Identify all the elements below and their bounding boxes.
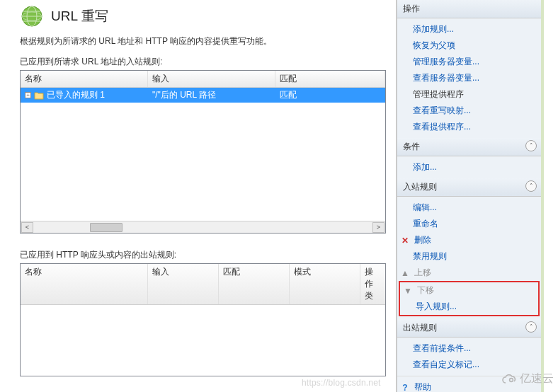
col-match[interactable]: 匹配 — [219, 264, 290, 304]
rename-action[interactable]: 重命名 — [397, 216, 541, 232]
highlight-box: ▼下移 导入规则... — [399, 281, 540, 316]
page-title: URL 重写 — [51, 7, 108, 25]
inbound-rules-label: 已应用到所请求 URL 地址的入站规则: — [20, 56, 386, 68]
url-watermark: https://blog.csdn.net — [302, 378, 381, 388]
col-action[interactable]: 操作类 — [360, 264, 385, 304]
folder-icon — [34, 91, 44, 100]
outbound-rules-table: 名称 输入 匹配 模式 操作类 — [20, 263, 386, 376]
col-match[interactable]: 匹配 — [275, 71, 385, 87]
table-header-row: 名称 输入 匹配 模式 操作类 — [21, 264, 385, 305]
manage-server-vars-action[interactable]: 管理服务器变量... — [397, 54, 541, 70]
col-name[interactable]: 名称 — [21, 71, 148, 87]
view-server-vars-action[interactable]: 查看服务器变量... — [397, 70, 541, 86]
view-providers-action[interactable]: 查看提供程序... — [397, 119, 541, 135]
col-pattern[interactable]: 模式 — [290, 264, 360, 304]
horizontal-scrollbar[interactable]: < > — [21, 221, 385, 233]
rule-name: 已导入的规则 1 — [47, 89, 105, 101]
manage-providers-label: 管理提供程序 — [397, 86, 541, 103]
disable-rule-action[interactable]: 禁用规则 — [397, 248, 541, 265]
url-rewrite-icon — [20, 4, 44, 28]
actions-header: 操作 — [397, 0, 541, 18]
arrow-down-icon: ▼ — [403, 286, 413, 296]
svg-point-3 — [510, 378, 513, 381]
scroll-thumb[interactable] — [90, 223, 123, 232]
add-rule-action[interactable]: 添加规则... — [397, 21, 541, 38]
expand-icon[interactable]: + — [25, 92, 31, 98]
collapse-icon[interactable]: ˄ — [525, 321, 537, 333]
col-input[interactable]: 输入 — [148, 71, 275, 87]
outbound-table-body[interactable] — [21, 305, 385, 376]
view-preconditions-action[interactable]: 查看前提条件... — [397, 340, 541, 357]
page-header: URL 重写 — [20, 4, 386, 28]
right-edge-strip — [541, 0, 558, 392]
watermark: 亿速云 — [501, 371, 554, 386]
delete-action[interactable]: ✕删除 — [397, 232, 541, 248]
view-custom-tags-action[interactable]: 查看自定义标记... — [397, 357, 541, 373]
collapse-icon[interactable]: ˄ — [525, 180, 537, 192]
cloud-icon — [501, 374, 517, 384]
rule-match: 匹配 — [275, 88, 385, 103]
inbound-rules-header: 入站规则˄ — [397, 178, 541, 197]
actions-pane: 操作 添加规则... 恢复为父项 管理服务器变量... 查看服务器变量... 管… — [397, 0, 541, 392]
outbound-rules-header: 出站规则˄ — [397, 319, 541, 338]
table-row[interactable]: + 已导入的规则 1 "/"后的 URL 路径 匹配 — [21, 88, 385, 103]
table-header-row: 名称 输入 匹配 — [21, 71, 385, 88]
restore-parent-action[interactable]: 恢复为父项 — [397, 38, 541, 54]
inbound-table-body[interactable]: + 已导入的规则 1 "/"后的 URL 路径 匹配 — [21, 88, 385, 221]
col-name[interactable]: 名称 — [21, 264, 148, 304]
view-rewrite-maps-action[interactable]: 查看重写映射... — [397, 103, 541, 119]
conditions-header: 条件˄ — [397, 138, 541, 156]
help-icon: ? — [400, 383, 410, 393]
move-up-action: ▲上移 — [397, 265, 541, 281]
inbound-rules-table: 名称 输入 匹配 + 已导入的规则 1 "/"后的 URL 路径 匹配 < > — [20, 70, 386, 234]
rule-input: "/"后的 URL 路径 — [148, 88, 275, 103]
col-input[interactable]: 输入 — [148, 264, 219, 304]
delete-icon: ✕ — [400, 236, 410, 246]
page-description: 根据规则为所请求的 URL 地址和 HTTP 响应的内容提供重写功能。 — [20, 35, 386, 47]
arrow-up-icon: ▲ — [400, 268, 410, 278]
scroll-right-button[interactable]: > — [372, 222, 385, 233]
collapse-icon[interactable]: ˄ — [525, 140, 537, 151]
add-condition-action[interactable]: 添加... — [397, 159, 541, 175]
import-rules-action[interactable]: 导入规则... — [400, 299, 538, 315]
move-down-action: ▼下移 — [400, 282, 538, 299]
edit-action[interactable]: 编辑... — [397, 200, 541, 216]
outbound-rules-label: 已应用到 HTTP 响应头或内容的出站规则: — [20, 249, 386, 261]
main-panel: URL 重写 根据规则为所请求的 URL 地址和 HTTP 响应的内容提供重写功… — [0, 0, 397, 392]
scroll-left-button[interactable]: < — [21, 222, 33, 233]
